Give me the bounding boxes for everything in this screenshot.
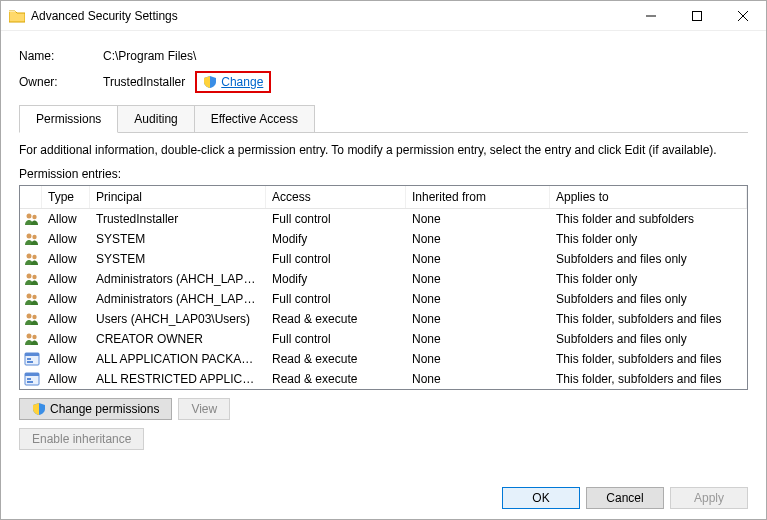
action-buttons: Change permissions View [19,398,748,420]
view-button[interactable]: View [178,398,230,420]
cell-inherited: None [406,291,550,307]
cell-type: Allow [42,231,90,247]
cell-inherited: None [406,351,550,367]
svg-rect-21 [27,361,33,363]
cell-inherited: None [406,211,550,227]
cell-principal: Users (AHCH_LAP03\Users) [90,311,266,327]
content-area: Name: C:\Program Files\ Owner: TrustedIn… [1,31,766,519]
svg-point-5 [32,215,36,219]
svg-point-6 [27,234,32,239]
cell-principal: ALL RESTRICTED APPLICATIO… [90,371,266,387]
cell-type: Allow [42,271,90,287]
change-permissions-label: Change permissions [50,402,159,416]
apply-button[interactable]: Apply [670,487,748,509]
svg-rect-19 [25,353,39,356]
group-icon [22,251,42,267]
window-controls [628,1,766,30]
maximize-button[interactable] [674,1,720,30]
svg-rect-20 [27,358,31,360]
cell-applies: Subfolders and files only [550,291,747,307]
folder-icon [9,9,25,23]
owner-label: Owner: [19,75,103,89]
inheritance-buttons: Enable inheritance [19,428,748,450]
cell-inherited: None [406,331,550,347]
col-principal[interactable]: Principal [90,186,266,208]
cell-principal: TrustedInstaller [90,211,266,227]
change-owner-link[interactable]: Change [221,75,263,89]
titlebar: Advanced Security Settings [1,1,766,31]
cell-type: Allow [42,211,90,227]
table-row[interactable]: AllowSYSTEMFull controlNoneSubfolders an… [20,249,747,269]
col-access[interactable]: Access [266,186,406,208]
cell-type: Allow [42,291,90,307]
table-body: AllowTrustedInstallerFull controlNoneThi… [20,209,747,389]
svg-point-4 [27,214,32,219]
cell-applies: This folder, subfolders and files [550,351,747,367]
group-icon [22,291,42,307]
minimize-button[interactable] [628,1,674,30]
window-title: Advanced Security Settings [31,9,628,23]
col-type[interactable]: Type [42,186,90,208]
svg-point-16 [27,334,32,339]
cell-type: Allow [42,251,90,267]
cell-inherited: None [406,371,550,387]
cell-access: Read & execute [266,371,406,387]
table-row[interactable]: AllowUsers (AHCH_LAP03\Users)Read & exec… [20,309,747,329]
shield-icon [203,75,217,89]
cell-inherited: None [406,311,550,327]
col-applies[interactable]: Applies to [550,186,747,208]
svg-point-14 [27,314,32,319]
col-icon[interactable] [20,186,42,208]
cell-principal: SYSTEM [90,231,266,247]
tab-effective-access[interactable]: Effective Access [194,105,315,132]
enable-inheritance-button[interactable]: Enable inheritance [19,428,144,450]
cell-principal: Administrators (AHCH_LAP03… [90,291,266,307]
table-row[interactable]: AllowTrustedInstallerFull controlNoneThi… [20,209,747,229]
change-permissions-button[interactable]: Change permissions [19,398,172,420]
group-icon [22,231,42,247]
svg-point-17 [32,335,36,339]
svg-point-7 [32,235,36,239]
svg-point-13 [32,295,36,299]
svg-rect-1 [693,11,702,20]
cell-access: Full control [266,331,406,347]
tab-bar: Permissions Auditing Effective Access [19,105,748,133]
svg-point-11 [32,275,36,279]
table-row[interactable]: AllowAdministrators (AHCH_LAP03…Full con… [20,289,747,309]
cell-inherited: None [406,231,550,247]
cell-applies: Subfolders and files only [550,331,747,347]
shield-icon [32,402,46,416]
svg-point-8 [27,254,32,259]
cell-access: Modify [266,231,406,247]
table-row[interactable]: AllowSYSTEMModifyNoneThis folder only [20,229,747,249]
svg-rect-23 [25,373,39,376]
cell-principal: Administrators (AHCH_LAP03… [90,271,266,287]
table-row[interactable]: AllowAdministrators (AHCH_LAP03…ModifyNo… [20,269,747,289]
owner-value: TrustedInstaller [103,75,185,89]
tab-permissions[interactable]: Permissions [19,105,118,133]
table-row[interactable]: AllowALL RESTRICTED APPLICATIO…Read & ex… [20,369,747,389]
name-value: C:\Program Files\ [103,49,196,63]
col-inherited[interactable]: Inherited from [406,186,550,208]
group-icon [22,271,42,287]
cell-access: Full control [266,291,406,307]
change-owner-highlight: Change [195,71,271,93]
header-fields: Name: C:\Program Files\ Owner: TrustedIn… [19,43,748,95]
table-row[interactable]: AllowCREATOR OWNERFull controlNoneSubfol… [20,329,747,349]
cell-principal: CREATOR OWNER [90,331,266,347]
group-icon [22,311,42,327]
cancel-button[interactable]: Cancel [586,487,664,509]
cell-type: Allow [42,331,90,347]
cell-access: Read & execute [266,311,406,327]
table-row[interactable]: AllowALL APPLICATION PACKAGESRead & exec… [20,349,747,369]
cell-applies: This folder only [550,231,747,247]
cell-applies: This folder and subfolders [550,211,747,227]
close-button[interactable] [720,1,766,30]
ok-button[interactable]: OK [502,487,580,509]
table-header: Type Principal Access Inherited from App… [20,186,747,209]
security-settings-window: Advanced Security Settings Name: C:\Prog… [0,0,767,520]
tab-auditing[interactable]: Auditing [117,105,194,132]
cell-type: Allow [42,371,90,387]
cell-access: Modify [266,271,406,287]
svg-rect-25 [27,381,33,383]
